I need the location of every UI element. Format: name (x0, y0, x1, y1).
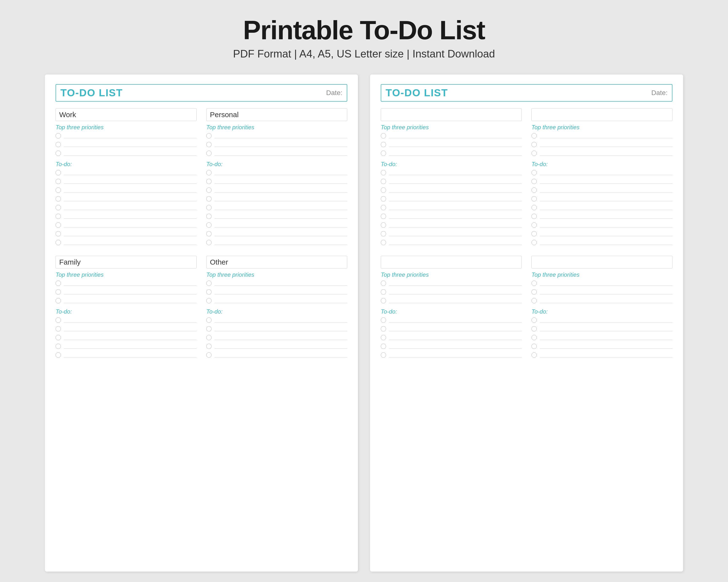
todo-item (206, 196, 347, 201)
todo-item (381, 188, 522, 193)
priority-item (381, 133, 522, 138)
todo-line (214, 223, 347, 227)
priority-item (56, 133, 197, 138)
priority-item (381, 289, 522, 295)
sheet1-title: TO-DO LIST (60, 87, 326, 99)
priority-circle (531, 142, 537, 147)
priority-item (381, 298, 522, 303)
todo-circle (56, 179, 61, 184)
todo-line (540, 318, 672, 323)
section-work-title: Work (56, 108, 197, 121)
todo-item (531, 205, 672, 210)
todo-circle (381, 231, 386, 237)
todo-item (381, 352, 522, 358)
todo-circle (531, 343, 537, 349)
priority-circle (381, 150, 386, 156)
priority-line (214, 142, 347, 147)
todo-item (206, 326, 347, 332)
todo-line (64, 326, 197, 331)
todo-item (381, 240, 522, 245)
todo-circle (531, 179, 537, 184)
todo-item (381, 326, 522, 332)
todo-circle (531, 240, 537, 245)
priority-line (214, 151, 347, 156)
todo-item (531, 214, 672, 219)
priority-circle (56, 281, 61, 286)
sheet2-sections-grid: Top three priorities To-do: Top three pr… (381, 108, 672, 361)
todo-circle (206, 179, 212, 184)
sheet2-header: TO-DO LIST Date: (381, 84, 672, 102)
todo-circle (531, 326, 537, 332)
todo-line (64, 335, 197, 340)
todo-line (214, 240, 347, 245)
section-blank4-todo-label: To-do: (531, 308, 672, 315)
todo-line (389, 205, 522, 210)
todo-line (540, 231, 672, 236)
todo-circle (56, 205, 61, 210)
todo-line (540, 205, 672, 210)
todo-line (214, 196, 347, 201)
section-blank-2: Top three priorities To-do: (531, 108, 672, 249)
todo-circle (381, 205, 386, 210)
todo-item (56, 222, 197, 228)
section-other: Other Top three priorities To-do: (206, 256, 347, 361)
todo-line (214, 170, 347, 175)
todo-item (56, 326, 197, 332)
todo-circle (206, 214, 212, 219)
todo-line (540, 344, 672, 349)
todo-circle (56, 352, 61, 358)
section-blank-3: Top three priorities To-do: (381, 256, 522, 361)
priority-line (540, 142, 672, 147)
todo-circle (381, 240, 386, 245)
todo-item (206, 231, 347, 237)
section-blank3-todo-label: To-do: (381, 308, 522, 315)
priority-line (389, 133, 522, 138)
section-personal-title: Personal (206, 108, 347, 121)
priority-circle (56, 133, 61, 138)
todo-line (214, 214, 347, 219)
section-family-priorities-label: Top three priorities (56, 271, 197, 278)
todo-line (540, 223, 672, 227)
todo-circle (56, 222, 61, 228)
priority-line (64, 142, 197, 147)
section-blank1-priorities-label: Top three priorities (381, 124, 522, 131)
todo-item (56, 335, 197, 340)
priority-line (389, 151, 522, 156)
todo-item (381, 170, 522, 175)
todo-line (214, 326, 347, 331)
todo-item (531, 317, 672, 323)
todo-item (56, 188, 197, 193)
todo-item (206, 170, 347, 175)
todo-item (56, 231, 197, 237)
todo-item (56, 196, 197, 201)
todo-circle (381, 352, 386, 358)
todo-line (64, 223, 197, 227)
priority-circle (56, 298, 61, 303)
priority-line (540, 133, 672, 138)
todo-line (214, 188, 347, 193)
todo-circle (206, 352, 212, 358)
priority-line (540, 298, 672, 303)
todo-item (56, 343, 197, 349)
todo-circle (531, 188, 537, 193)
todo-line (64, 170, 197, 175)
todo-circle (381, 326, 386, 332)
todo-item (531, 170, 672, 175)
priority-circle (56, 150, 61, 156)
todo-line (540, 353, 672, 357)
todo-circle (206, 326, 212, 332)
priority-circle (206, 281, 212, 286)
priority-circle (531, 133, 537, 138)
todo-item (206, 214, 347, 219)
todo-item (531, 326, 672, 332)
todo-line (389, 335, 522, 340)
todo-circle (531, 222, 537, 228)
priority-circle (206, 133, 212, 138)
todo-item (531, 335, 672, 340)
todo-item (381, 214, 522, 219)
todo-circle (56, 326, 61, 332)
todo-line (64, 196, 197, 201)
todo-circle (381, 343, 386, 349)
todo-line (540, 170, 672, 175)
section-family-title: Family (56, 256, 197, 269)
